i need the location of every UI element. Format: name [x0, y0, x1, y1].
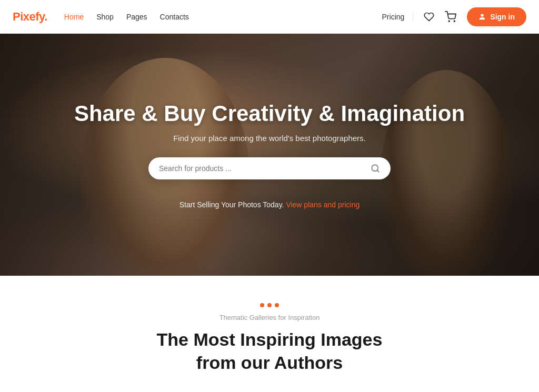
pricing-link[interactable]: Pricing: [382, 13, 414, 21]
dot-3: [275, 303, 279, 307]
navbar-left: Pixefy. Home Shop Pages Contacts: [13, 10, 189, 24]
cart-icon: [445, 11, 456, 23]
section-dots: [13, 303, 526, 307]
dot-2: [267, 303, 272, 307]
dot-1: [260, 303, 264, 307]
logo-dot: .: [44, 10, 47, 23]
svg-point-0: [449, 21, 450, 22]
heart-icon: [424, 12, 434, 22]
svg-line-4: [377, 170, 378, 172]
svg-point-2: [481, 14, 484, 16]
section-eyebrow: Thematic Galleries for Inspiration: [13, 314, 526, 321]
nav-icons: [422, 9, 458, 25]
hero-cta: Start Selling Your Photos Today. View pl…: [74, 200, 465, 209]
hero-section: Share & Buy Creativity & Imagination Fin…: [0, 34, 539, 276]
nav-link-home[interactable]: Home: [64, 13, 84, 21]
wishlist-button[interactable]: [422, 9, 436, 24]
navbar-right: Pricing Sign in: [382, 7, 526, 26]
hero-content: Share & Buy Creativity & Imagination Fin…: [64, 100, 475, 208]
search-icon: [371, 164, 380, 173]
search-input[interactable]: [159, 164, 371, 173]
sign-in-label: Sign in: [490, 13, 515, 21]
sign-in-button[interactable]: Sign in: [467, 7, 526, 26]
user-icon: [478, 13, 486, 21]
svg-point-1: [454, 21, 455, 22]
section-title: The Most Inspiring Images from our Autho…: [13, 328, 526, 374]
navbar: Pixefy. Home Shop Pages Contacts Pricing: [0, 0, 539, 34]
hero-title: Share & Buy Creativity & Imagination: [74, 100, 465, 127]
hero-cta-text: Start Selling Your Photos Today.: [179, 200, 284, 209]
nav-link-shop[interactable]: Shop: [96, 13, 114, 21]
nav-link-pages[interactable]: Pages: [126, 13, 147, 21]
section-title-line2: from our Authors: [196, 353, 343, 373]
section-title-line1: The Most Inspiring Images: [157, 329, 383, 349]
nav-links: Home Shop Pages Contacts: [64, 12, 189, 22]
hero-subtitle: Find your place among the world's best p…: [74, 134, 465, 143]
logo[interactable]: Pixefy.: [13, 10, 47, 24]
nav-item-shop[interactable]: Shop: [96, 12, 114, 22]
cart-button[interactable]: [443, 9, 458, 25]
gallery-section: Thematic Galleries for Inspiration The M…: [0, 276, 539, 392]
logo-text: Pixefy: [13, 10, 44, 23]
nav-item-home[interactable]: Home: [64, 12, 84, 22]
nav-link-contacts[interactable]: Contacts: [160, 13, 189, 21]
search-bar: [148, 157, 391, 179]
nav-item-contacts[interactable]: Contacts: [160, 12, 189, 22]
search-button[interactable]: [371, 164, 380, 173]
hero-cta-link[interactable]: View plans and pricing: [286, 200, 360, 209]
nav-item-pages[interactable]: Pages: [126, 12, 147, 22]
